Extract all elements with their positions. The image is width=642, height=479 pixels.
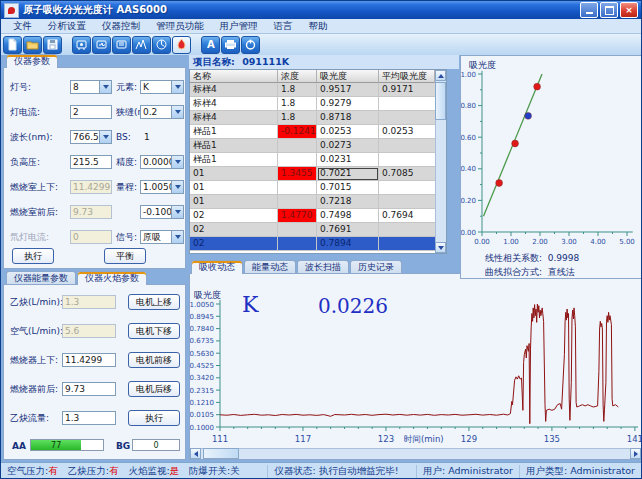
column-header-3[interactable]: 平均吸光度 bbox=[379, 70, 435, 83]
scroll-up-button[interactable] bbox=[435, 70, 446, 81]
minimize-button[interactable] bbox=[580, 2, 598, 18]
param-field[interactable]: 215.5 bbox=[70, 155, 112, 169]
scroll-down-button[interactable] bbox=[435, 242, 446, 253]
x-tick-label: 129 bbox=[461, 434, 477, 444]
power-icon bbox=[244, 38, 257, 51]
column-header-1[interactable]: 浓度 bbox=[278, 70, 317, 83]
table-row[interactable]: 010.7015 bbox=[190, 181, 435, 195]
table-row[interactable]: 020.7691 bbox=[190, 223, 435, 237]
param-field[interactable]: 1.0050 bbox=[140, 180, 184, 194]
lamp-energy-icon bbox=[95, 38, 108, 51]
chevron-down-icon[interactable] bbox=[171, 106, 183, 118]
param-field[interactable]: 766.5 bbox=[70, 130, 112, 144]
scrollbar-thumb[interactable] bbox=[203, 448, 239, 459]
standard-point bbox=[512, 140, 519, 147]
aa-meter-value: 77 bbox=[31, 440, 81, 451]
chevron-down-icon[interactable] bbox=[171, 231, 183, 243]
lamp-select-button[interactable] bbox=[72, 36, 91, 54]
motor-button-0[interactable]: 电机上移 bbox=[128, 294, 180, 310]
status-item: 防爆开关:关 bbox=[189, 465, 240, 476]
save-button[interactable] bbox=[43, 36, 62, 54]
chevron-down-icon[interactable] bbox=[99, 81, 111, 93]
table-vertical-scrollbar[interactable] bbox=[435, 70, 446, 253]
motor-button-2[interactable]: 电机前移 bbox=[128, 352, 180, 368]
menu-item-2[interactable]: 仪器控制 bbox=[94, 19, 148, 34]
table-row[interactable]: 标样41.80.9279 bbox=[190, 97, 435, 111]
chevron-down-icon[interactable] bbox=[99, 131, 111, 143]
table-row[interactable]: 样品1-0.12410.02530.0253 bbox=[190, 125, 435, 139]
scroll-right-button[interactable] bbox=[630, 448, 641, 459]
open-folder-icon bbox=[26, 38, 39, 51]
close-button[interactable]: × bbox=[620, 2, 638, 18]
cell-absorbance: 0.9517 bbox=[317, 83, 379, 97]
tab-wavelength-scan[interactable]: 波长扫描 bbox=[297, 260, 349, 273]
scroll-left-button[interactable] bbox=[190, 448, 201, 459]
y-tick-label: 0.8945 bbox=[190, 313, 214, 321]
cell-average-absorbance bbox=[379, 139, 435, 153]
table-row[interactable]: 标样41.80.8718 bbox=[190, 111, 435, 125]
tab-instrument-params[interactable]: 仪器参数 bbox=[6, 54, 58, 68]
param-label: 氘灯电流: bbox=[10, 230, 49, 244]
dynamics-horizontal-scrollbar[interactable] bbox=[190, 448, 641, 459]
table-row[interactable]: 010.7218 bbox=[190, 195, 435, 209]
motor-button-3[interactable]: 电机后移 bbox=[128, 381, 180, 397]
menu-item-5[interactable]: 语言 bbox=[266, 19, 301, 34]
flame-param-field[interactable]: 11.4299 bbox=[62, 353, 116, 367]
chevron-down-icon[interactable] bbox=[171, 181, 183, 193]
curve-fit-method: 曲线拟合方式: 直线法 bbox=[485, 266, 575, 279]
param-field[interactable]: 0.2 bbox=[140, 105, 184, 119]
param-field[interactable]: 原吸 bbox=[140, 230, 184, 244]
new-file-button[interactable] bbox=[3, 36, 22, 54]
fan-button[interactable] bbox=[152, 36, 171, 54]
tab-energy-dynamics[interactable]: 能量动态 bbox=[244, 260, 296, 273]
tab-flame-params[interactable]: 仪器火焰参数 bbox=[77, 271, 147, 285]
table-row[interactable]: 020.7894 bbox=[190, 237, 435, 251]
tab-history[interactable]: 历史记录 bbox=[350, 260, 402, 273]
param-field[interactable]: 8 bbox=[70, 80, 112, 94]
peak-scan-button[interactable] bbox=[132, 36, 151, 54]
menu-item-4[interactable]: 用户管理 bbox=[212, 19, 266, 34]
param-field[interactable]: -0.1000 bbox=[140, 205, 184, 219]
flame-ignite-button[interactable] bbox=[172, 36, 191, 54]
param-field[interactable]: 2 bbox=[70, 105, 112, 119]
param-field-value: 1.0050 bbox=[141, 181, 171, 193]
lamp-position-button[interactable] bbox=[112, 36, 131, 54]
printer-button[interactable] bbox=[221, 36, 240, 54]
param-field[interactable]: K bbox=[140, 80, 184, 94]
y-tick-label: 0.60 bbox=[461, 134, 476, 142]
open-folder-button[interactable] bbox=[23, 36, 42, 54]
chevron-down-icon[interactable] bbox=[171, 206, 183, 218]
auto-gain-button[interactable]: A bbox=[201, 36, 220, 54]
menu-item-6[interactable]: 帮助 bbox=[301, 19, 336, 34]
menu-item-3[interactable]: 管理员功能 bbox=[148, 19, 212, 34]
tab-absorbance-dynamics[interactable]: 吸收动态 bbox=[191, 260, 243, 274]
chevron-down-glyph bbox=[175, 235, 181, 239]
balance-button[interactable]: 平衡 bbox=[104, 248, 146, 264]
scrollbar-thumb[interactable] bbox=[435, 82, 446, 120]
menu-item-1[interactable]: 分析设置 bbox=[40, 19, 94, 34]
chevron-down-icon[interactable] bbox=[171, 81, 183, 93]
table-row[interactable]: 标样41.80.95170.9171 bbox=[190, 83, 435, 97]
column-header-2[interactable]: 吸光度 bbox=[317, 70, 379, 83]
lamp-energy-button[interactable] bbox=[92, 36, 111, 54]
y-tick-label: -0.1000 bbox=[190, 424, 214, 432]
maximize-button[interactable] bbox=[600, 2, 618, 18]
chevron-down-icon[interactable] bbox=[171, 156, 183, 168]
column-header-0[interactable]: 名称 bbox=[190, 70, 278, 83]
tab-energy-params[interactable]: 仪器能量参数 bbox=[6, 271, 76, 284]
table-row[interactable]: 011.34550.70210.7085 bbox=[190, 167, 435, 181]
execute-button[interactable]: 执行 bbox=[12, 248, 54, 264]
cell-name: 01 bbox=[190, 181, 278, 195]
motor-button-1[interactable]: 电机下移 bbox=[128, 323, 180, 339]
flame-param-field[interactable]: 9.73 bbox=[62, 382, 116, 396]
power-button[interactable] bbox=[241, 36, 260, 54]
menu-item-0[interactable]: 文件 bbox=[5, 19, 40, 34]
table-row[interactable]: 样品10.0273 bbox=[190, 139, 435, 153]
table-row[interactable]: 021.47700.74980.7694 bbox=[190, 209, 435, 223]
table-row[interactable]: 样品10.0231 bbox=[190, 153, 435, 167]
motor-button-4[interactable]: 执行 bbox=[128, 410, 180, 426]
param-field[interactable]: 0.0000 bbox=[140, 155, 184, 169]
param-field-value: K bbox=[141, 81, 171, 93]
y-tick-label: 0.20 bbox=[461, 197, 476, 205]
flame-param-field[interactable]: 1.3 bbox=[62, 411, 116, 425]
